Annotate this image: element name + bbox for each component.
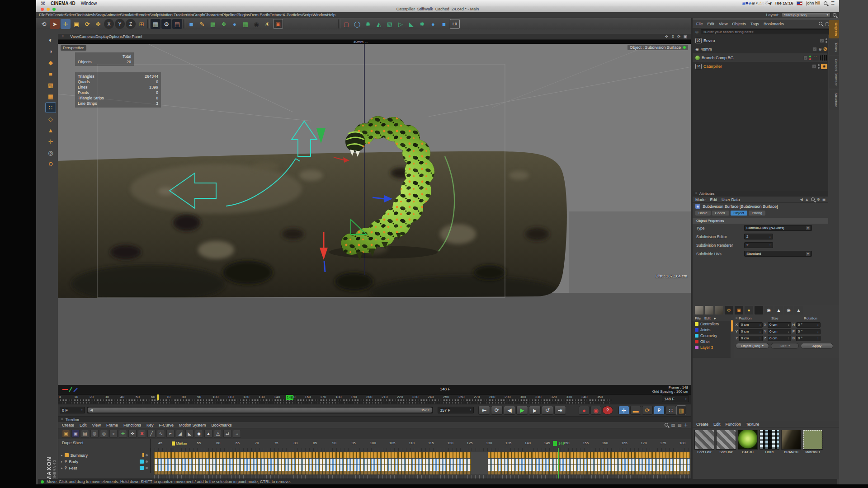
layer-item[interactable]: Geometry [693,333,731,338]
viewport-menu-item[interactable]: Panel [132,34,142,39]
play-button[interactable]: ▶ [516,406,528,415]
layer-menu-item[interactable]: Edit [704,316,711,320]
menu-item[interactable]: Character [204,13,222,17]
preset-prim-a[interactable]: ◉ [764,306,773,314]
pipe-object-icon[interactable]: ▷ [396,19,406,29]
tab-structure[interactable]: Structure [829,90,839,110]
notification-center-icon[interactable]: ☰ [831,1,835,5]
position-field[interactable]: 0 cm↕ [739,336,763,341]
key-pla-toggle[interactable]: ∷ [665,406,676,415]
preset-key[interactable]: ● [745,306,753,314]
menu-item[interactable]: Motion Tracker [160,13,188,17]
track-row-summary[interactable]: ▸ Summary [58,452,151,458]
timeline-playhead[interactable]: 148 [286,395,293,400]
preset-frame[interactable]: ▣ [735,306,743,314]
object-manager-menu-item[interactable]: View [719,22,727,26]
history-back-icon[interactable]: ◀ [800,197,803,202]
play-loop-button[interactable]: ⟳ [491,406,503,415]
record-keyframe-button[interactable]: ● [579,406,590,415]
add-key-icon[interactable]: ✚ [119,430,127,438]
key-triangle-icon[interactable]: ▲ [204,430,212,438]
cube-primitive-icon[interactable]: ■ [186,19,196,29]
dope-ruler[interactable]: 4550556065707580859095100105110115120125… [151,439,692,452]
object-row-branch-comp-bg[interactable]: Branch Comp BG ✓ ∷ [693,53,827,62]
array-generator-icon[interactable]: ❖ [219,19,229,29]
menu-item[interactable]: Animate [105,13,120,17]
live-selection-icon[interactable]: ➤ [50,19,60,29]
layer-scrollbar[interactable] [731,320,733,332]
object-manager-menu-item[interactable]: Tags [750,22,759,26]
coord-mode-dropdown[interactable]: Object (Rel)▾ [736,343,769,349]
attributes-menu-item[interactable]: Edit [710,197,717,202]
menu-item[interactable]: Pipeline [222,13,236,17]
current-frame-field[interactable]: 148 F↕ [662,395,689,402]
timeline-menu-item[interactable]: View [92,423,101,427]
snapshot-blue-icon[interactable]: ▣ [71,430,80,438]
material-menu-item[interactable]: Texture [746,422,760,427]
x-axis-lock-icon[interactable]: X [104,19,114,29]
keyframe-selection-icon[interactable]: ▥ [676,405,686,415]
menu-item[interactable]: MoGraph [187,13,204,17]
material-item[interactable]: Feet Hair [694,430,714,454]
menu-item[interactable]: File [39,13,46,17]
points-mode-icon[interactable]: ∷ [45,102,56,113]
track-row-feet[interactable]: ▸⚲ Feet [58,465,151,471]
close-window-icon[interactable] [41,8,44,11]
rotate-tool-icon[interactable]: ⟳ [82,19,92,29]
attr-search-icon[interactable] [811,197,815,201]
move-tool-icon[interactable]: ✛ [61,19,71,29]
capsule-object-icon[interactable]: ◭ [374,19,384,29]
minimize-window-icon[interactable] [47,8,50,11]
preset-prim-b[interactable]: ▲ [774,306,783,314]
size-field[interactable]: 0 cm↕ [768,336,791,341]
menu-item[interactable]: Window [312,13,327,17]
key-hollow-icon[interactable]: △ [214,430,222,438]
floor-object-icon[interactable]: ▦ [241,19,250,29]
preset-gear[interactable]: ⚙ [725,306,733,314]
zoom-window-icon[interactable] [52,8,56,11]
texture-tag-icon[interactable] [820,55,827,61]
display-tag-icon[interactable]: ◉ [821,64,827,69]
object-manager-menu-item[interactable]: Bookmarks [764,22,784,26]
timeline-marker[interactable] [157,394,159,400]
attributes-menu-item[interactable]: User Data [722,197,740,202]
timeline-menu-item[interactable]: Create [62,423,74,427]
preview-range-slider[interactable]: ◀ 357 F [87,407,433,413]
type-dropdown[interactable]: Catmull-Clark (N-Gons) [744,225,812,231]
compositing-tag-icon[interactable]: ∷ [812,55,819,61]
timeline-window-titlebar[interactable]: ≡ Timeline [58,417,691,422]
timeline-move-icon[interactable]: ✛ [684,423,688,427]
enable-checkbox[interactable]: ✓ [803,56,808,60]
previous-frame-button[interactable]: ◀ [504,406,515,415]
add-key-current-icon[interactable]: ✛ [128,430,137,438]
subdivide-uvs-dropdown[interactable]: Standard [744,251,812,257]
y-axis-lock-icon[interactable]: Y [115,19,125,29]
slider-left-arrow-icon[interactable]: ◀ [90,408,93,412]
separator[interactable] [183,19,185,28]
object-row-40mm[interactable]: ◉ 40mm ✓ ⊕ ⊘ [693,45,827,53]
favorites-icon[interactable]: ♡ [764,1,768,5]
timeline-ruler[interactable]: 0102030405060708090100110120130140150160… [58,394,691,404]
keyframes-feet[interactable] [154,465,690,471]
menu-item[interactable]: Simulate [120,13,136,17]
enable-axis-icon[interactable]: ✛ [45,136,56,147]
layer-menu-item[interactable]: ▸ [714,316,716,320]
menu-item[interactable]: Select [65,13,76,17]
menubar-clock[interactable]: Tue 15:16 [775,1,793,5]
camera-drag-handle[interactable]: ↔ [364,40,368,44]
material-thumbnail[interactable] [694,430,714,450]
volume-icon[interactable]: ◀ [768,1,771,5]
make-editable-icon[interactable]: ◆ [45,57,56,68]
render-disabled-icon[interactable]: ⊘ [823,46,827,52]
material-thumbnail[interactable] [803,430,823,450]
menubar-user[interactable]: john hill [806,1,820,5]
blue-cube-icon[interactable]: ■ [439,19,449,29]
material-menu-item[interactable]: Function [726,422,741,427]
z-axis-lock-icon[interactable]: Z [126,19,136,29]
apple-menu-icon[interactable]: ⌘ [41,1,45,6]
menu-item[interactable]: Sculpt [149,13,160,17]
render-region-icon[interactable]: ◑ [45,46,56,56]
preset-dark[interactable] [755,306,763,314]
enable-checkbox[interactable]: ✓ [820,38,824,43]
record-options-button[interactable]: ? [602,406,613,415]
